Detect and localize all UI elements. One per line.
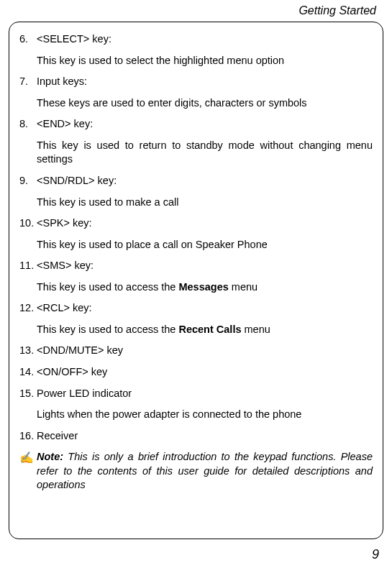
note-block: ✍ Note: This is only a brief introductio… [19, 450, 373, 493]
list-item: 8.<END> key: [19, 117, 373, 132]
item-number: 10. [19, 216, 37, 231]
item-title: <RCL> key: [37, 301, 92, 316]
item-description: This key is used to return to standby mo… [19, 139, 373, 167]
item-number: 12. [19, 301, 37, 316]
list-item: 10.<SPK> key: [19, 216, 373, 231]
item-title: <SELECT> key: [37, 32, 111, 47]
note-label: Note: [37, 451, 63, 462]
item-description: This key is used to access the Recent Ca… [19, 323, 373, 337]
desc-pre: This key is used to access the [37, 324, 178, 335]
item-description: This key is used to access the Messages … [19, 280, 373, 295]
item-description: Lights when the power adapter is connect… [19, 408, 373, 422]
item-title: Receiver [37, 429, 78, 444]
list-item: 16.Receiver [19, 429, 373, 444]
item-number: 13. [19, 344, 37, 358]
item-description: This key is used to place a call on Spea… [19, 238, 373, 252]
item-description: This key is used to select the highlight… [19, 54, 373, 68]
list-item: 15.Power LED indicator [19, 387, 373, 401]
note-body: This is only a brief introduction to the… [37, 451, 373, 490]
item-number: 8. [19, 117, 37, 132]
list-item: 12.<RCL> key: [19, 301, 373, 316]
desc-bold: Recent Calls [178, 324, 241, 335]
desc-bold: Messages [178, 281, 228, 293]
item-number: 6. [19, 32, 37, 47]
item-description: This key is used to make a call [19, 196, 373, 210]
list-item: 7.Input keys: [19, 75, 373, 89]
item-number: 15. [19, 387, 37, 401]
item-title: <SPK> key: [37, 216, 92, 231]
item-number: 16. [19, 429, 37, 444]
item-title: <SMS> key: [37, 259, 94, 273]
list-item: 6.<SELECT> key: [19, 32, 373, 47]
item-title: Power LED indicator [37, 387, 132, 401]
list-item: 13.<DND/MUTE> key [19, 344, 373, 358]
item-number: 11. [19, 259, 37, 273]
list-item: 9.<SND/RDL> key: [19, 174, 373, 188]
page-number: 9 [372, 547, 379, 562]
content-frame: 6.<SELECT> key:This key is used to selec… [9, 22, 383, 539]
item-number: 14. [19, 365, 37, 380]
item-title: <DND/MUTE> key [37, 344, 123, 358]
item-title: <ON/OFF> key [37, 365, 107, 380]
item-description: These keys are used to enter digits, cha… [19, 96, 373, 111]
item-number: 9. [19, 174, 37, 188]
list-item: 11.<SMS> key: [19, 259, 373, 273]
section-header: Getting Started [0, 0, 392, 17]
item-number: 7. [19, 75, 37, 89]
list-item: 14.<ON/OFF> key [19, 365, 373, 380]
item-title: Input keys: [37, 75, 87, 89]
key-list: 6.<SELECT> key:This key is used to selec… [19, 32, 373, 443]
write-icon: ✍ [19, 450, 37, 464]
desc-post: menu [242, 324, 270, 335]
item-title: <SND/RDL> key: [37, 174, 117, 188]
item-title: <END> key: [37, 117, 93, 132]
note-text: Note: This is only a brief introduction … [37, 450, 373, 493]
desc-post: menu [229, 281, 257, 293]
desc-pre: This key is used to access the [37, 281, 178, 293]
